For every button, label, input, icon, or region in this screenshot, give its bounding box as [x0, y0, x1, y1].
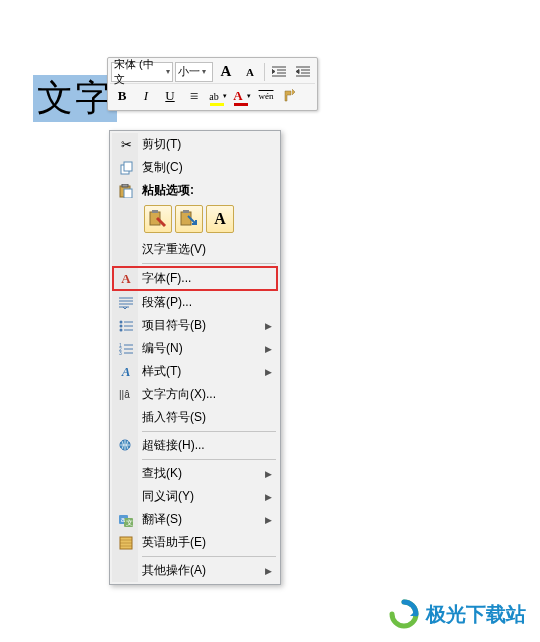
- font-color-button[interactable]: A ▾: [231, 85, 253, 107]
- submenu-arrow-icon: ▶: [265, 367, 272, 377]
- svg-text:3: 3: [119, 350, 122, 355]
- clipboard-brush-icon: [149, 210, 167, 228]
- copy-icon: [116, 159, 136, 177]
- underline-button[interactable]: U: [159, 85, 181, 107]
- font-name-combo[interactable]: 宋体 (中文▾: [111, 62, 173, 82]
- increase-indent-icon: [296, 66, 310, 78]
- insert-symbol-menu-item[interactable]: 插入符号(S): [112, 406, 278, 429]
- letter-a-icon: A: [214, 210, 226, 228]
- bullets-menu-item[interactable]: 项目符号(B) ▶: [112, 314, 278, 337]
- svg-text:文: 文: [126, 519, 133, 526]
- paste-merge-formatting-button[interactable]: [175, 205, 203, 233]
- find-menu-item[interactable]: 查找(K) ▶: [112, 462, 278, 485]
- format-painter-icon: [283, 89, 297, 103]
- format-painter-button[interactable]: [279, 85, 301, 107]
- decrease-indent-icon: [272, 66, 286, 78]
- highlight-button[interactable]: ab ▾: [207, 85, 229, 107]
- submenu-arrow-icon: ▶: [265, 321, 272, 331]
- svg-text:a: a: [121, 516, 125, 523]
- paste-icon: [116, 182, 136, 200]
- copy-menu-item[interactable]: 复制(C): [112, 156, 278, 179]
- phonetic-guide-button[interactable]: wén: [255, 85, 277, 107]
- align-center-button[interactable]: ≡: [183, 85, 205, 107]
- other-operations-menu-item[interactable]: 其他操作(A) ▶: [112, 559, 278, 582]
- decrease-indent-button[interactable]: [268, 61, 290, 83]
- submenu-arrow-icon: ▶: [265, 492, 272, 502]
- scissors-icon: ✂: [116, 136, 136, 154]
- submenu-arrow-icon: ▶: [265, 515, 272, 525]
- text-direction-menu-item[interactable]: ||â 文字方向(X)...: [112, 383, 278, 406]
- globe-link-icon: [116, 437, 136, 455]
- shrink-font-button[interactable]: A: [239, 61, 261, 83]
- numbering-icon: 123: [116, 340, 136, 358]
- grow-font-button[interactable]: A: [215, 61, 237, 83]
- paste-text-only-button[interactable]: A: [206, 205, 234, 233]
- svg-point-9: [120, 320, 123, 323]
- submenu-arrow-icon: ▶: [265, 344, 272, 354]
- svg-text:||â: ||â: [119, 389, 130, 400]
- numbering-menu-item[interactable]: 123 编号(N) ▶: [112, 337, 278, 360]
- synonyms-menu-item[interactable]: 同义词(Y) ▶: [112, 485, 278, 508]
- aurora-logo-icon: [388, 598, 420, 630]
- svg-rect-6: [152, 210, 158, 213]
- svg-point-10: [120, 324, 123, 327]
- font-a-icon: A: [116, 270, 136, 288]
- font-size-combo[interactable]: 小一▾: [175, 62, 213, 82]
- dictionary-icon: [116, 534, 136, 552]
- english-assistant-menu-item[interactable]: 英语助手(E): [112, 531, 278, 554]
- translate-menu-item[interactable]: a文 翻译(S) ▶: [112, 508, 278, 531]
- clipboard-arrow-icon: [180, 210, 198, 228]
- paste-keep-formatting-button[interactable]: [144, 205, 172, 233]
- context-menu: ✂ 剪切(T) 复制(C) 粘贴选项: A 汉字重选(V) A 字体(F)...: [109, 130, 281, 585]
- styles-menu-item[interactable]: A 样式(T) ▶: [112, 360, 278, 383]
- selected-document-text: 文字: [33, 75, 117, 122]
- cut-menu-item[interactable]: ✂ 剪切(T): [112, 133, 278, 156]
- increase-indent-button[interactable]: [292, 61, 314, 83]
- styles-icon: A: [116, 363, 136, 381]
- font-menu-item[interactable]: A 字体(F)...: [112, 266, 278, 291]
- paste-options-menu-item: 粘贴选项:: [112, 179, 278, 202]
- svg-rect-3: [122, 184, 128, 187]
- svg-point-11: [120, 328, 123, 331]
- mini-toolbar: 宋体 (中文▾ 小一▾ A A B I U ≡ ab ▾ A ▾ wén: [107, 57, 318, 111]
- watermark-text: 极光下载站: [426, 601, 526, 628]
- svg-rect-4: [124, 189, 132, 198]
- translate-icon: a文: [116, 511, 136, 529]
- submenu-arrow-icon: ▶: [265, 469, 272, 479]
- bullets-icon: [116, 317, 136, 335]
- bold-button[interactable]: B: [111, 85, 133, 107]
- svg-rect-1: [124, 162, 132, 171]
- text-direction-icon: ||â: [116, 386, 136, 404]
- hyperlink-menu-item[interactable]: 超链接(H)...: [112, 434, 278, 457]
- italic-button[interactable]: I: [135, 85, 157, 107]
- paragraph-icon: [116, 294, 136, 312]
- svg-rect-8: [183, 210, 189, 213]
- submenu-arrow-icon: ▶: [265, 566, 272, 576]
- watermark: 极光下载站: [388, 598, 526, 630]
- paragraph-menu-item[interactable]: 段落(P)...: [112, 291, 278, 314]
- reconvert-menu-item[interactable]: 汉字重选(V): [112, 238, 278, 261]
